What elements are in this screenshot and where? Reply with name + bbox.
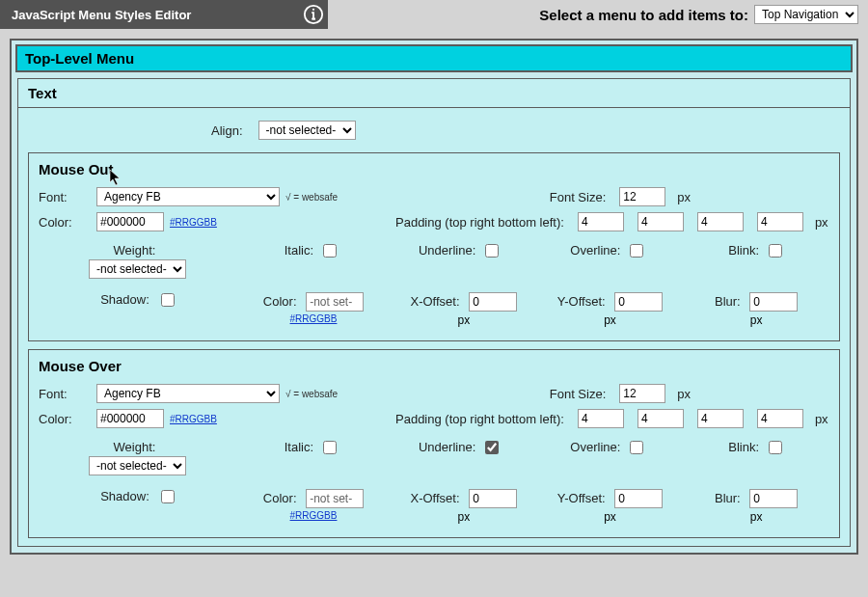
- padding-right-over[interactable]: [637, 409, 684, 428]
- shadow-color-label: Color:: [263, 491, 297, 505]
- overline-checkbox-out[interactable]: [630, 244, 643, 258]
- px-label: px: [683, 510, 829, 524]
- overline-checkbox-over[interactable]: [630, 441, 643, 454]
- underline-checkbox-over[interactable]: [485, 441, 499, 454]
- websafe-note: √ = websafe: [285, 389, 338, 399]
- toolbar: JavaScript Menu Styles Editor Select a m…: [0, 0, 868, 29]
- underline-checkbox-out[interactable]: [485, 244, 499, 258]
- mouse-over-panel: Mouse Over Font: Agency FB √ = websafe F…: [28, 349, 840, 538]
- px-label: px: [677, 190, 691, 204]
- px-label: px: [537, 510, 684, 524]
- text-panel: Text Align: -not selected- Mouse Out Fon…: [17, 78, 851, 547]
- mouse-out-title: Mouse Out: [39, 161, 829, 177]
- shadow-color-input-out[interactable]: [306, 292, 364, 312]
- font-select-over[interactable]: Agency FB: [96, 384, 280, 403]
- padding-left-out[interactable]: [757, 212, 803, 231]
- shadow-color-label: Color:: [263, 294, 297, 309]
- xoffset-input-over[interactable]: [469, 489, 517, 508]
- font-size-label: Font Size:: [550, 190, 607, 204]
- italic-checkbox-out[interactable]: [323, 244, 337, 258]
- yoffset-label: Y-Offset:: [557, 294, 606, 309]
- xoffset-input-out[interactable]: [469, 292, 517, 312]
- px-label: px: [537, 313, 684, 327]
- xoffset-label: X-Offset:: [410, 491, 459, 505]
- info-icon[interactable]: [299, 0, 328, 29]
- font-size-label: Font Size:: [550, 387, 607, 401]
- rrggbb-link[interactable]: #RRGGBB: [236, 510, 391, 521]
- font-label: Font:: [39, 387, 91, 401]
- blur-label: Blur:: [715, 294, 741, 309]
- websafe-note: √ = websafe: [285, 192, 338, 203]
- weight-label: Weight:: [39, 440, 231, 454]
- yoffset-input-over[interactable]: [614, 489, 663, 508]
- padding-label: Padding (top right bottom left):: [395, 215, 564, 230]
- blur-label: Blur:: [715, 491, 741, 505]
- color-label: Color:: [39, 215, 91, 230]
- blur-input-out[interactable]: [749, 292, 798, 312]
- blink-label: Blink:: [728, 440, 759, 454]
- italic-label: Italic:: [285, 243, 313, 258]
- font-size-input-out[interactable]: [619, 187, 665, 206]
- font-select-out[interactable]: Agency FB: [96, 187, 280, 206]
- padding-top-over[interactable]: [578, 409, 624, 428]
- rrggbb-link[interactable]: #RRGGBB: [170, 217, 217, 228]
- blur-input-over[interactable]: [749, 489, 798, 508]
- padding-bottom-over[interactable]: [697, 409, 744, 428]
- shadow-checkbox-over[interactable]: [161, 490, 175, 503]
- font-label: Font:: [39, 190, 91, 204]
- underline-label: Underline:: [419, 440, 475, 454]
- toolbar-right: Select a menu to add items to: Top Navig…: [328, 0, 868, 29]
- mouse-out-panel: Mouse Out Font: Agency FB √ = websafe Fo…: [28, 152, 840, 341]
- mouse-over-title: Mouse Over: [39, 358, 829, 374]
- shadow-label: Shadow:: [100, 292, 149, 307]
- xoffset-label: X-Offset:: [410, 294, 459, 309]
- shadow-label: Shadow:: [100, 489, 149, 503]
- shadow-checkbox-out[interactable]: [161, 293, 175, 307]
- weight-select-out[interactable]: -not selected-: [89, 259, 186, 279]
- weight-select-over[interactable]: -not selected-: [89, 456, 186, 475]
- blink-label: Blink:: [728, 243, 759, 258]
- yoffset-label: Y-Offset:: [557, 491, 606, 505]
- overline-label: Overline:: [570, 440, 620, 454]
- px-label: px: [677, 387, 691, 401]
- px-label: px: [815, 412, 828, 426]
- rrggbb-link[interactable]: #RRGGBB: [170, 414, 217, 424]
- rrggbb-link[interactable]: #RRGGBB: [236, 313, 391, 324]
- overline-label: Overline:: [570, 243, 620, 258]
- padding-right-out[interactable]: [637, 212, 684, 231]
- italic-label: Italic:: [285, 440, 313, 454]
- section-title: Top-Level Menu: [15, 44, 853, 72]
- menu-select-label: Select a menu to add items to:: [539, 7, 748, 23]
- blink-checkbox-out[interactable]: [769, 244, 782, 258]
- app-title: JavaScript Menu Styles Editor: [0, 8, 203, 22]
- px-label: px: [815, 215, 828, 230]
- color-input-over[interactable]: [96, 409, 164, 428]
- align-select[interactable]: -not selected-: [258, 121, 356, 140]
- color-label: Color:: [39, 412, 91, 426]
- underline-label: Underline:: [419, 243, 475, 258]
- yoffset-input-out[interactable]: [614, 292, 663, 312]
- text-panel-header: Text: [18, 79, 850, 108]
- main-frame: Top-Level Menu Text Align: -not selected…: [10, 39, 858, 555]
- weight-label: Weight:: [39, 243, 231, 258]
- px-label: px: [391, 313, 537, 327]
- align-label: Align:: [211, 123, 243, 138]
- padding-top-out[interactable]: [578, 212, 624, 231]
- color-input-out[interactable]: [96, 212, 164, 231]
- menu-select[interactable]: Top Navigation: [754, 5, 858, 24]
- px-label: px: [683, 313, 829, 327]
- font-size-input-over[interactable]: [619, 384, 665, 403]
- blink-checkbox-over[interactable]: [769, 441, 782, 454]
- padding-bottom-out[interactable]: [697, 212, 744, 231]
- padding-left-over[interactable]: [757, 409, 803, 428]
- px-label: px: [391, 510, 537, 524]
- shadow-color-input-over[interactable]: [306, 489, 364, 508]
- padding-label: Padding (top right bottom left):: [395, 412, 564, 426]
- italic-checkbox-over[interactable]: [323, 441, 337, 454]
